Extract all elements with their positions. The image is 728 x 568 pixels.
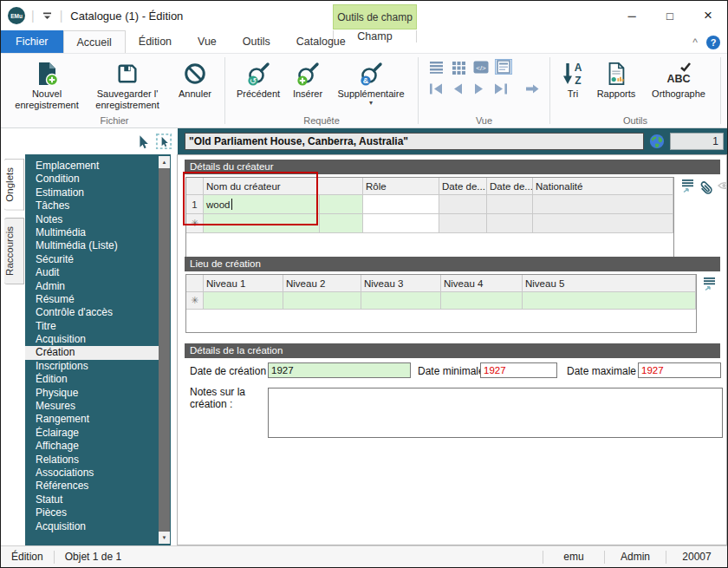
scrollbar-thumb[interactable] [159,168,170,532]
niveau4-cell[interactable] [441,292,523,310]
cancel-button[interactable]: Annuler [171,57,219,114]
minimize-button[interactable]: ─ [613,1,651,30]
nav-last-icon[interactable] [492,81,510,96]
role-cell[interactable] [363,214,439,233]
date2-cell[interactable] [487,195,533,214]
search-more-button[interactable]: & Supplémentaire ▾ [329,57,413,114]
scroll-down-icon[interactable]: ▼ [159,532,170,544]
role-cell[interactable] [363,195,439,214]
sidebar-item-emplacement[interactable]: Emplacement [25,160,159,173]
side-tab-raccourcis[interactable]: Raccourcis [4,218,24,284]
creator-name-cell-2[interactable] [320,195,363,214]
sidebar-item-resume[interactable]: Résumé [25,293,159,306]
nav-next-icon[interactable] [471,81,488,96]
search-insert-button[interactable]: Insérer [286,57,329,114]
niveau1-cell[interactable] [204,292,283,310]
visibility-icon[interactable] [717,179,728,196]
record-title-field[interactable] [185,133,644,150]
date-min-field[interactable] [480,362,557,378]
sidebar-item-associations[interactable]: Associations [25,467,159,480]
tab-outils[interactable]: Outils [230,30,283,53]
sidebar-item-mesures[interactable]: Mesures [25,400,159,413]
sidebar-item-pieces[interactable]: Pièces [25,506,159,519]
tab-edition[interactable]: Édition [126,30,185,53]
help-icon[interactable]: ? [706,36,720,49]
sidebar-item-titre[interactable]: Titre [25,320,159,333]
sidebar-item-creation[interactable]: Création [25,346,159,359]
tab-accueil[interactable]: Accueil [63,30,126,53]
sidebar-item-securite[interactable]: Sécurité [25,253,159,266]
attachment-icon[interactable] [697,179,714,200]
sidebar-item-inscriptions[interactable]: Inscriptions [25,360,159,373]
sidebar-item-multimedia-liste[interactable]: Multimédia (Liste) [25,239,159,252]
sidebar-item-rangement[interactable]: Rangement [25,413,159,426]
section-header-lieu: Lieu de création [185,257,720,271]
status-bar: Édition Objet 1 de 1 emu Admin 20007 [1,545,727,567]
button-label: Supplémentaire [337,88,404,100]
new-row-marker: ✳ [186,292,204,310]
sidebar-item-eclairage[interactable]: Éclairage [25,427,159,440]
sort-button[interactable]: AZ Tri [556,57,590,114]
qat-customize-icon[interactable] [41,10,54,23]
reports-button[interactable]: Rapports [590,57,642,114]
sidebar-item-controle-d-acces[interactable]: Contrôle d'accès [25,306,159,319]
collapse-ribbon-icon[interactable]: ^ [692,36,698,49]
code-view-icon[interactable]: </> [472,59,490,75]
sidebar-scrollbar[interactable]: ▲ ▼ [159,156,170,544]
lookup-list-icon[interactable] [703,277,716,295]
sidebar-item-physique[interactable]: Physique [25,387,159,400]
date-max-field[interactable] [638,362,721,378]
sidebar-item-estimation[interactable]: Estimation [25,186,159,199]
list-view-icon[interactable] [427,59,445,75]
date1-cell[interactable] [439,195,487,214]
sidebar-item-relations[interactable]: Relations [25,454,159,467]
sidebar-item-edition[interactable]: Édition [25,373,159,386]
niveau2-cell[interactable] [283,292,361,310]
tab-champ[interactable]: Champ [333,30,417,42]
sidebar-item-affichage[interactable]: Affichage [25,440,159,453]
sidebar-item-acquisition[interactable]: Acquisition [25,520,159,533]
nav-previous-icon[interactable] [449,81,466,96]
close-button[interactable]: × [689,1,727,30]
form-view-icon[interactable] [495,59,512,75]
nav-first-icon[interactable] [427,81,445,96]
nav-goto-icon[interactable] [523,81,541,96]
date2-cell[interactable] [487,214,533,233]
date1-cell[interactable] [439,214,487,233]
spelling-button[interactable]: ABC Orthographe [642,57,715,114]
save-record-button[interactable]: Sauvegarder l' enregistrement [84,57,171,114]
niveau3-cell[interactable] [361,292,441,310]
sidebar-item-audit[interactable]: Audit [25,266,159,279]
new-record-button[interactable]: Nouvel enregistrement [10,57,84,114]
tab-vue[interactable]: Vue [185,30,230,53]
marquee-select-icon[interactable] [153,131,174,152]
lookup-list-icon[interactable] [681,179,694,197]
sidebar-item-admin[interactable]: Admin [25,280,159,293]
sidebar-item-acquisition[interactable]: Acquisition [25,333,159,346]
sidebar-item-references[interactable]: Références [25,480,159,493]
notes-field[interactable] [268,388,723,438]
side-tab-onglets[interactable]: Onglets [4,159,24,211]
date-creation-field[interactable] [268,362,411,378]
sidebar-item-notes[interactable]: Notes [25,213,159,226]
grid-view-icon[interactable] [450,59,467,75]
niveau5-cell[interactable] [523,292,696,310]
sidebar-item-statut[interactable]: Statut [25,493,159,506]
sidebar-item-taches[interactable]: Tâches [25,199,159,212]
maximize-button[interactable]: □ [651,1,689,30]
nationality-cell[interactable] [533,214,673,233]
creator-name-cell[interactable]: wood [204,195,320,214]
sidebar-item-multimedia[interactable]: Multimédia [25,226,159,239]
creator-name-cell[interactable] [204,214,320,233]
scroll-up-icon[interactable]: ▲ [159,156,170,168]
search-previous-button[interactable]: ↺ Précédent [231,57,286,114]
tab-fichier[interactable]: Fichier [1,30,63,53]
title-bar: EMu | | Catalogue (1) - Édition Outils d… [1,1,727,30]
svg-text:A: A [575,62,582,74]
creator-name-cell-2[interactable] [320,214,363,233]
sidebar-item-condition[interactable]: Condition [25,173,159,186]
svg-text:&: & [363,76,369,85]
nationality-cell[interactable] [533,195,673,214]
pointer-tool-icon[interactable] [133,131,153,152]
button-label: enregistrement [95,100,159,111]
